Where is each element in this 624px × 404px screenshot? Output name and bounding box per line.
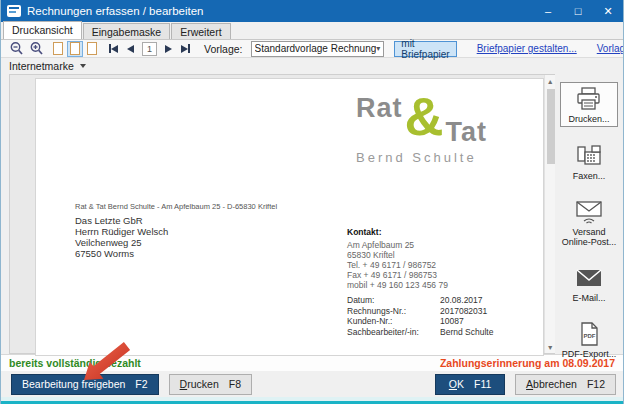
logo-ampersand: & bbox=[405, 91, 444, 142]
status-row: bereits vollständig bezahlt Zahlungserin… bbox=[1, 354, 623, 371]
scroll-down-icon[interactable]: ▼ bbox=[547, 341, 554, 353]
drucken-footer-button[interactable]: DruckenF8 bbox=[169, 374, 252, 395]
versand-online-post-label: Versand Online-Post... bbox=[560, 227, 618, 247]
vorlage-label: Vorlage: bbox=[204, 43, 243, 55]
paid-status-text: bereits vollständig bezahlt bbox=[9, 357, 440, 369]
meta-row-kundennr: Kunden-Nr.: 10087 bbox=[347, 316, 493, 327]
caret-down-icon bbox=[80, 64, 86, 68]
faxen-button[interactable]: Faxen... bbox=[560, 140, 618, 183]
page-number-input[interactable]: 1 bbox=[142, 42, 157, 56]
main-area: Rat & Tat Bernd Schulte Rat & Tat Bernd … bbox=[1, 74, 623, 354]
pdf-icon: PDF bbox=[574, 321, 604, 347]
minimize-icon[interactable]: – bbox=[533, 0, 563, 22]
fit-page-view-icon[interactable] bbox=[67, 41, 83, 57]
footer-button-bar: Bearbeitung freigebenF2 DruckenF8 OKF11 … bbox=[1, 371, 623, 397]
previous-page-icon[interactable] bbox=[123, 45, 138, 53]
print-preview-viewer: Rat & Tat Bernd Schulte Rat & Tat Bernd … bbox=[9, 74, 555, 354]
sender-address-line: Rat & Tat Bernd Schulte - Am Apfelbaum 2… bbox=[75, 202, 277, 211]
briefpapier-gestalten-link[interactable]: Briefpapier gestalten... bbox=[477, 43, 577, 54]
printer-icon bbox=[574, 86, 604, 112]
tab-erweitert[interactable]: Erweitert bbox=[171, 23, 230, 39]
vorlage-select[interactable]: Standardvorlage Rechnung ▾ bbox=[251, 41, 385, 57]
window-title: Rechnungen erfassen / bearbeiten bbox=[27, 5, 533, 17]
window-bottom-edge bbox=[1, 397, 623, 404]
invoice-number: 2017082031 bbox=[440, 306, 487, 317]
mit-briefpapier-button[interactable]: mit Briefpapier bbox=[394, 41, 456, 57]
online-post-icon bbox=[574, 199, 604, 225]
abbrechen-button[interactable]: AbbrechenF12 bbox=[515, 374, 616, 395]
recipient-line: Herrn Rüdiger Welsch bbox=[75, 226, 168, 237]
drucken-button[interactable]: Drucken... bbox=[560, 82, 618, 127]
internetmarke-dropdown[interactable]: Internetmarke bbox=[9, 60, 86, 72]
drucken-label: Drucken... bbox=[569, 114, 610, 124]
logo-word-tat: Tat bbox=[446, 117, 488, 148]
tab-eingabemaske[interactable]: Eingabemaske bbox=[83, 23, 170, 39]
invoice-page-preview: Rat & Tat Bernd Schulte Rat & Tat Bernd … bbox=[36, 79, 543, 355]
pdf-export-button[interactable]: PDF PDF-Export... bbox=[560, 318, 618, 361]
company-logo: Rat & Tat Bernd Schulte bbox=[356, 91, 487, 165]
ok-button[interactable]: OKF11 bbox=[435, 374, 505, 395]
logo-subtitle: Bernd Schulte bbox=[356, 150, 487, 165]
email-button[interactable]: E-Mail... bbox=[560, 262, 618, 305]
chevron-down-icon: ▾ bbox=[376, 44, 380, 53]
meta-row-rechnungsnr: Rechnungs-Nr.: 2017082031 bbox=[347, 306, 493, 317]
document-app-icon bbox=[7, 5, 21, 17]
email-icon bbox=[574, 265, 604, 291]
multi-page-view-icon[interactable] bbox=[87, 41, 97, 57]
contact-line: Fax + 49 6171 / 986753 bbox=[347, 270, 493, 280]
email-label: E-Mail... bbox=[573, 293, 606, 303]
last-page-icon[interactable] bbox=[177, 44, 194, 53]
fax-icon bbox=[574, 143, 604, 169]
invoice-dialog-window: Rechnungen erfassen / bearbeiten – □ ✕ D… bbox=[0, 0, 624, 404]
meta-row-sachbearbeiter: Sachbearbeiter/-in: Bernd Schulte bbox=[347, 327, 493, 338]
contact-line: Tel. + 49 6171 / 986752 bbox=[347, 260, 493, 270]
vorlagen-online-link[interactable]: Vorlagen Online... bbox=[597, 43, 624, 54]
internetmarke-row: Internetmarke bbox=[1, 58, 623, 74]
payment-reminder-text: Zahlungserinnerung am 08.09.2017 bbox=[440, 357, 615, 369]
recipient-line: Veilchenweg 25 bbox=[75, 237, 168, 248]
svg-text:PDF: PDF bbox=[584, 333, 596, 339]
close-icon[interactable]: ✕ bbox=[593, 0, 623, 22]
vorlage-selected-value: Standardvorlage Rechnung bbox=[255, 43, 377, 54]
meta-row-datum: Datum: 20.08.2017 bbox=[347, 295, 493, 306]
zoom-in-icon[interactable] bbox=[29, 41, 45, 57]
logo-word-rat: Rat bbox=[356, 93, 403, 124]
single-page-view-icon[interactable] bbox=[53, 41, 63, 57]
recipient-line: Das Letzte GbR bbox=[75, 215, 168, 226]
output-actions-panel: Drucken... Faxen... Versand Online-Post.… bbox=[555, 74, 623, 354]
scroll-up-icon[interactable]: ▲ bbox=[547, 75, 554, 87]
clerk-name: Bernd Schulte bbox=[440, 327, 493, 338]
tab-bar: Druckansicht Eingabemaske Erweitert bbox=[1, 22, 623, 40]
contact-line: 65830 Kriftel bbox=[347, 250, 493, 260]
customer-number: 10087 bbox=[440, 316, 464, 327]
contact-heading: Kontakt: bbox=[347, 227, 493, 237]
tab-druckansicht[interactable]: Druckansicht bbox=[3, 21, 82, 39]
maximize-icon[interactable]: □ bbox=[563, 0, 593, 22]
invoice-date: 20.08.2017 bbox=[440, 295, 483, 306]
versand-online-post-button[interactable]: Versand Online-Post... bbox=[560, 196, 618, 249]
contact-line: mobil + 49 160 123 456 79 bbox=[347, 280, 493, 290]
scrollbar-track[interactable] bbox=[545, 87, 555, 341]
toolbar: 1 Vorlage: Standardvorlage Rechnung ▾ mi… bbox=[1, 40, 623, 58]
contact-block: Kontakt: Am Apfelbaum 25 65830 Kriftel T… bbox=[347, 227, 493, 337]
next-page-icon[interactable] bbox=[161, 45, 176, 53]
contact-line: Am Apfelbaum 25 bbox=[347, 240, 493, 250]
bearbeitung-freigeben-button[interactable]: Bearbeitung freigebenF2 bbox=[11, 374, 159, 395]
scrollbar-thumb[interactable] bbox=[547, 89, 555, 164]
first-page-icon[interactable] bbox=[105, 44, 122, 53]
internetmarke-label: Internetmarke bbox=[9, 60, 74, 72]
recipient-line: 67550 Worms bbox=[75, 248, 168, 259]
faxen-label: Faxen... bbox=[573, 171, 606, 181]
recipient-address-block: Das Letzte GbR Herrn Rüdiger Welsch Veil… bbox=[75, 215, 168, 259]
vertical-scrollbar[interactable]: ▲ ▼ bbox=[544, 75, 555, 353]
zoom-out-icon[interactable] bbox=[9, 41, 25, 57]
title-bar: Rechnungen erfassen / bearbeiten – □ ✕ bbox=[1, 0, 623, 22]
